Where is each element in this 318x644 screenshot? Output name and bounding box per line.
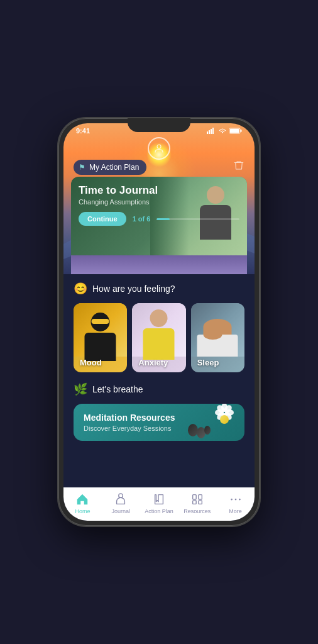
battery-icon xyxy=(229,128,242,134)
nav-journal-label: Journal xyxy=(111,508,130,514)
action-plan-icon xyxy=(152,492,166,506)
progress-fill xyxy=(156,218,170,220)
meditation-card[interactable]: Meditation Resources Discover Everyday S… xyxy=(74,404,244,441)
journal-card: Time to Journal Changing Assumptions Con… xyxy=(71,177,247,274)
nav-action-plan-label: Action Plan xyxy=(145,508,173,514)
mood-grid: Mood Anxiety xyxy=(74,303,244,372)
nav-action-plan[interactable]: Action Plan xyxy=(140,492,178,514)
main-content: 😊 How are you feeling? xyxy=(63,274,255,487)
svg-rect-1 xyxy=(209,130,210,134)
signal-icon xyxy=(207,128,216,134)
meditation-title: Meditation Resources xyxy=(84,413,175,423)
svg-point-13 xyxy=(234,499,236,501)
feeling-title: How are you feeling? xyxy=(92,284,175,294)
svg-rect-5 xyxy=(230,129,239,133)
mood-label: Mood xyxy=(80,358,102,367)
lavender-strip xyxy=(71,255,247,274)
svg-rect-6 xyxy=(241,130,242,132)
profile-icon[interactable] xyxy=(148,137,170,160)
svg-point-14 xyxy=(239,499,241,501)
progress-text: 1 of 6 xyxy=(133,215,151,223)
badge-text: My Action Plan xyxy=(89,163,139,172)
anxiety-label: Anxiety xyxy=(138,358,168,367)
sleep-label: Sleep xyxy=(197,358,219,367)
trash-icon xyxy=(233,160,244,171)
home-icon xyxy=(75,492,89,506)
action-plan-badge[interactable]: ⚑ My Action Plan xyxy=(74,160,146,175)
flag-icon: ⚑ xyxy=(79,163,85,172)
progress-bar xyxy=(156,218,239,220)
svg-rect-11 xyxy=(199,501,202,504)
mood-card[interactable]: Mood xyxy=(74,303,127,372)
journal-subtitle: Changing Assumptions xyxy=(79,198,239,206)
delete-button[interactable] xyxy=(233,160,244,174)
journal-card-content: Time to Journal Changing Assumptions Con… xyxy=(71,177,247,233)
sleep-card[interactable]: Sleep xyxy=(191,303,244,372)
breathe-icon: 🌿 xyxy=(74,382,87,396)
nav-home[interactable]: Home xyxy=(63,492,102,514)
journal-title: Time to Journal xyxy=(79,184,239,197)
svg-rect-3 xyxy=(212,128,214,134)
svg-rect-8 xyxy=(192,495,196,499)
breathe-section: 🌿 Let's breathe xyxy=(74,382,244,396)
meditation-content: Meditation Resources Discover Everyday S… xyxy=(84,413,175,432)
breathe-text: Let's breathe xyxy=(92,384,143,394)
phone-frame: 9:41 xyxy=(58,118,260,526)
hero-section: ⚑ My Action Plan xyxy=(63,123,255,274)
journal-icon xyxy=(114,492,128,506)
svg-rect-10 xyxy=(192,501,196,504)
wifi-icon xyxy=(218,128,227,134)
resources-icon xyxy=(190,492,204,506)
meditation-decoration xyxy=(182,404,244,441)
meditation-subtitle: Discover Everyday Sessions xyxy=(84,425,175,432)
status-time: 9:41 xyxy=(76,127,90,135)
more-icon xyxy=(229,492,243,506)
feeling-emoji: 😊 xyxy=(74,282,87,296)
phone-screen: 9:41 xyxy=(63,123,255,521)
journal-actions: Continue 1 of 6 xyxy=(79,212,239,226)
feeling-header: 😊 How are you feeling? xyxy=(74,282,244,296)
svg-point-12 xyxy=(231,499,233,501)
continue-button[interactable]: Continue xyxy=(79,212,126,226)
nav-journal[interactable]: Journal xyxy=(102,492,140,514)
nav-resources-label: Resources xyxy=(184,508,211,514)
user-icon xyxy=(153,143,165,154)
svg-point-7 xyxy=(157,145,161,148)
anxiety-card[interactable]: Anxiety xyxy=(132,303,185,372)
bottom-nav: Home Journal Action Plan xyxy=(63,487,255,521)
notch xyxy=(128,118,190,132)
nav-home-label: Home xyxy=(75,508,90,514)
status-icons xyxy=(207,128,242,134)
svg-rect-0 xyxy=(207,131,208,134)
svg-rect-9 xyxy=(199,495,202,499)
svg-rect-2 xyxy=(211,129,212,134)
nav-more-label: More xyxy=(229,508,242,514)
nav-more[interactable]: More xyxy=(216,492,255,514)
nav-resources[interactable]: Resources xyxy=(178,492,216,514)
